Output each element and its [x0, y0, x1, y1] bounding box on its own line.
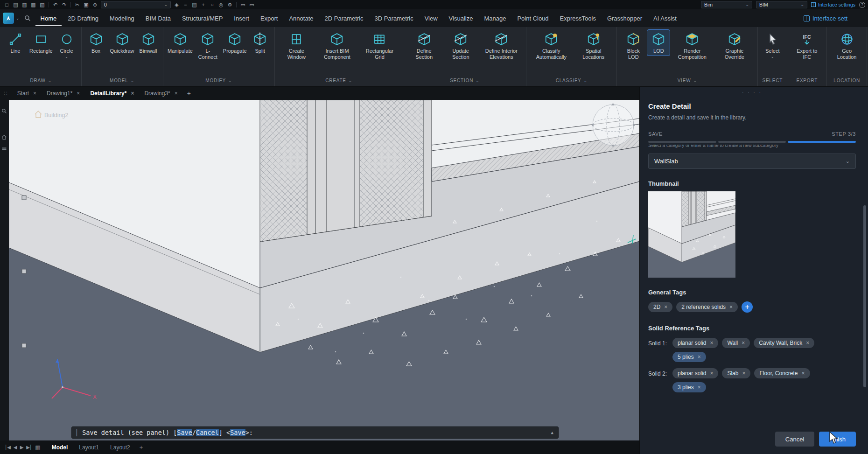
workspace-dropdown-left[interactable]: Bim ⌄	[701, 1, 752, 8]
ribbon-tool-update-section[interactable]: Update Section	[442, 30, 479, 62]
menu-item-insert[interactable]: Insert	[229, 11, 254, 26]
ribbon-group-label[interactable]: MODEL⌄	[85, 76, 160, 85]
menu-item-home[interactable]: Home	[35, 11, 62, 26]
remove-tag-icon[interactable]: ×	[710, 370, 713, 377]
remove-tag-icon[interactable]: ×	[698, 354, 701, 360]
remove-tag-icon[interactable]: ×	[806, 340, 809, 346]
open-folder-icon[interactable]: ▤	[12, 0, 20, 9]
first-sheet-icon[interactable]: │◀	[5, 445, 10, 450]
tag-floor-concrete[interactable]: Floor, Concrete×	[754, 368, 810, 378]
undo-icon[interactable]: ↶	[51, 0, 59, 9]
layers-icon[interactable]: ≡	[182, 0, 189, 9]
close-icon[interactable]: ×	[77, 90, 80, 97]
ribbon-tool-rectangular-grid[interactable]: Rectangular Grid	[359, 30, 399, 62]
ribbon-tool-insert-bim-component[interactable]: Insert BIM Component	[315, 30, 358, 62]
menu-item-3d-parametric[interactable]: 3D Parametric	[370, 11, 419, 26]
paste-icon[interactable]: ⊕	[91, 0, 99, 9]
menu-item-visualize[interactable]: Visualize	[444, 11, 478, 26]
menu-item-view[interactable]: View	[420, 11, 443, 26]
pan-icon[interactable]: +	[199, 0, 207, 9]
remove-tag-icon[interactable]: ×	[698, 384, 701, 391]
layout-tab-layout1[interactable]: Layout1	[74, 442, 104, 453]
ribbon-group-label[interactable]: VIEW⌄	[620, 76, 754, 85]
add-tag-button[interactable]: +	[742, 301, 753, 313]
match-properties-icon[interactable]: ◈	[173, 0, 181, 9]
interface-settings-menu-link[interactable]: Interface sett	[804, 15, 863, 22]
ribbon-tool-manipulate[interactable]: Manipulate	[167, 30, 194, 56]
new-file-icon[interactable]: □	[3, 0, 11, 9]
ribbon-tool-render-composition[interactable]: Render Composition	[671, 30, 714, 62]
tag-2-reference-solids[interactable]: 2 reference solids×	[676, 302, 738, 312]
menu-item-2d-parametric[interactable]: 2D Parametric	[320, 11, 369, 26]
ribbon-group-label[interactable]: CLASSIFY⌄	[530, 76, 613, 85]
category-dropdown[interactable]: WallSlab ⌄	[648, 154, 856, 169]
remove-tag-icon[interactable]: ×	[664, 304, 667, 310]
layer-dropdown[interactable]: 0 ⌄	[101, 1, 171, 8]
home-icon[interactable]	[1, 133, 7, 142]
sheet-list-icon[interactable]: ▦	[35, 444, 40, 451]
close-icon[interactable]: ×	[33, 90, 36, 97]
finish-button[interactable]: Finish	[819, 432, 856, 447]
ribbon-tool-circle[interactable]: Circle⌄	[56, 30, 78, 59]
panel-scrollbar[interactable]	[863, 205, 866, 387]
cancel-button[interactable]: Cancel	[775, 432, 814, 447]
print-icon[interactable]: ▦	[29, 0, 37, 9]
command-line[interactable]: ▏ Save detail (see panel) [Save/Cancel] …	[71, 426, 559, 439]
menu-item-manage[interactable]: Manage	[479, 11, 511, 26]
tag-2d[interactable]: 2D×	[648, 302, 672, 312]
ribbon-group-label[interactable]: EXPORT	[791, 76, 823, 85]
zoom-icon[interactable]: ○	[208, 0, 216, 9]
save-icon[interactable]: ▥	[21, 0, 28, 9]
drag-handle-icon[interactable]: ∷	[4, 90, 8, 97]
workspace-dropdown-right[interactable]: BIM ⌄	[756, 1, 807, 8]
viewport-canvas[interactable]: X Building2 ▏ Save detail (see panel) [S…	[9, 100, 639, 440]
ribbon-tool-bimwall[interactable]: Bimwall	[137, 30, 160, 56]
layout-tab-layout2[interactable]: Layout2	[105, 442, 135, 453]
menu-item-annotate[interactable]: Annotate	[284, 11, 318, 26]
remove-tag-icon[interactable]: ×	[710, 340, 713, 346]
search-icon[interactable]	[24, 15, 31, 21]
ribbon-tool-define-interior-elevations[interactable]: Define Interior Elevations	[480, 30, 523, 62]
layout-tab-model[interactable]: Model	[47, 442, 73, 453]
menu-item-bim-data[interactable]: BIM Data	[140, 11, 176, 26]
layers-icon[interactable]	[1, 145, 7, 153]
ribbon-group-label[interactable]: LOCATION	[830, 76, 863, 85]
menu-item-2d-drafting[interactable]: 2D Drafting	[63, 11, 104, 26]
remove-tag-icon[interactable]: ×	[742, 340, 745, 346]
remove-tag-icon[interactable]: ×	[729, 304, 733, 310]
ribbon-group-label[interactable]: SECTION⌄	[406, 76, 523, 85]
help-button[interactable]: ?	[859, 2, 865, 8]
remove-tag-icon[interactable]: ×	[801, 370, 805, 377]
ribbon-tool-block-lod[interactable]: Block LOD	[620, 30, 646, 62]
last-sheet-icon[interactable]: ▶│	[26, 445, 32, 450]
tag-cavity-wall-brick[interactable]: Cavity Wall, Brick×	[754, 338, 814, 348]
ribbon-tool-graphic-override[interactable]: Graphic Override	[714, 30, 754, 62]
ribbon-tool-quickdraw[interactable]: Quickdraw	[108, 30, 136, 56]
chevron-down-icon[interactable]: ⌄	[16, 16, 20, 21]
ribbon-tool-spatial-locations[interactable]: Spatial Locations	[574, 30, 613, 62]
tag-planar-solid[interactable]: planar solid×	[672, 368, 718, 378]
redo-icon[interactable]: ↷	[60, 0, 68, 9]
command-expand-icon[interactable]: ▲	[551, 430, 553, 435]
document-tab-detaillibrary[interactable]: DetailLibrary*×	[85, 87, 139, 99]
menu-item-ai-assist[interactable]: AI Assist	[648, 11, 682, 26]
cut-icon[interactable]: ✂	[73, 0, 81, 9]
previous-sheet-icon[interactable]: ◀	[14, 445, 17, 450]
ribbon-group-label[interactable]: SELECT	[761, 76, 784, 85]
menu-item-structural-mep[interactable]: Structural/MEP	[177, 11, 228, 26]
plot-preview-icon[interactable]: ▧	[38, 0, 46, 9]
orbit-icon[interactable]: ◎	[217, 0, 225, 9]
tag-wall[interactable]: Wall×	[722, 338, 750, 348]
close-icon[interactable]: ×	[131, 90, 134, 97]
menu-item-modeling[interactable]: Modeling	[105, 11, 140, 26]
ribbon-group-label[interactable]: MODIFY⌄	[167, 76, 272, 85]
ribbon-tool-box[interactable]: Box	[85, 30, 107, 56]
menu-item-export[interactable]: Export	[255, 11, 283, 26]
ribbon-tool-select[interactable]: Select⌄	[761, 30, 784, 59]
ribbon-tool-line[interactable]: Line	[4, 30, 27, 56]
ribbon-group-label[interactable]: CREATE⌄	[278, 76, 399, 85]
next-sheet-icon[interactable]: ▶	[20, 445, 23, 450]
remove-tag-icon[interactable]: ×	[742, 370, 745, 377]
panel-drag-handle[interactable]: ∙ ∙ ∙ ∙	[648, 89, 856, 94]
tag-planar-solid[interactable]: planar solid×	[672, 338, 718, 348]
